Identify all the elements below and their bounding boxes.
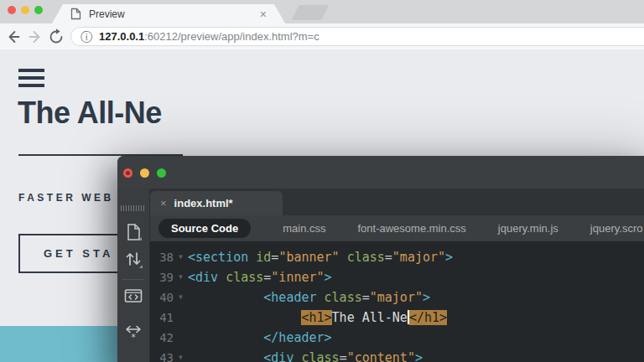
line-number: 38 [150, 247, 174, 267]
code-block-icon[interactable] [123, 286, 143, 306]
sidebar-mini-label [121, 205, 144, 211]
svg-text:*: * [131, 332, 137, 343]
sort-arrows-icon[interactable] [123, 249, 143, 269]
fold-arrow-icon[interactable]: ▼ [174, 287, 188, 308]
browser-tabstrip: Preview × [0, 0, 644, 23]
editor-minimize-button[interactable] [140, 168, 149, 178]
editor-tab-label: index.html* [174, 197, 233, 209]
back-button[interactable] [3, 27, 23, 47]
editor-tabbar: × index.html* [150, 189, 644, 215]
working-files: Source Codemain.cssfont-awesome.min.cssj… [150, 215, 644, 241]
editor-close-button[interactable] [123, 168, 132, 178]
window-close-button[interactable] [8, 6, 16, 14]
code-text: <section id="banner" class="major"> [188, 247, 453, 267]
code-text: <header class="major"> [188, 287, 430, 308]
forward-button[interactable] [25, 27, 45, 47]
working-file-item[interactable]: font-awesome.min.css [357, 222, 465, 235]
page-tagline: FASTER WEB [18, 192, 114, 204]
window-zoom-button[interactable] [34, 6, 43, 14]
line-number: 43 [150, 348, 174, 362]
editor-main: × index.html* Source Codemain.cssfont-aw… [150, 189, 644, 362]
browser-toolbar: ⓘ 127.0.0.1:60212/preview/app/index.html… [0, 23, 644, 50]
line-number: 42 [150, 328, 174, 348]
sidebar-divider [122, 279, 144, 280]
url-field[interactable]: ⓘ 127.0.0.1:60212/preview/app/index.html… [70, 27, 644, 46]
new-tab-button[interactable] [292, 5, 330, 20]
extract-icon[interactable]: * [123, 323, 143, 343]
working-file-item[interactable]: jquery.min.js [498, 222, 558, 235]
page-heading: The All-Ne [18, 96, 162, 131]
working-file-item[interactable]: jquery.scro [590, 222, 643, 235]
fold-arrow-icon[interactable]: ▼ [174, 247, 188, 267]
working-file-item[interactable]: main.css [283, 222, 325, 235]
screen: Preview × ⓘ 127.0.0.1:60212/preview/app/… [0, 0, 644, 362]
editor-zoom-button[interactable] [157, 168, 166, 178]
fold-arrow-icon[interactable]: ▼ [174, 348, 188, 362]
browser-tab[interactable]: Preview × [52, 4, 285, 23]
url-text: 127.0.0.1:60212/preview/app/index.html?m… [99, 30, 319, 43]
code-line[interactable]: 41 <h1>The All-Ne</h1> [150, 308, 644, 328]
reload-button[interactable] [46, 27, 66, 47]
code-text: </header> [188, 328, 332, 348]
editor-window: * × index.html* Source Codemain.cssfont-… [117, 156, 644, 362]
code-area[interactable]: 38▼<section id="banner" class="major">39… [150, 241, 644, 362]
editor-sidebar: * [117, 189, 150, 362]
editor-body: * × index.html* Source Codemain.cssfont-… [117, 189, 644, 362]
browser-tab-title: Preview [89, 8, 125, 20]
code-text: <div class="inner"> [188, 267, 332, 287]
code-text: <h1>The All-Ne</h1> [188, 308, 447, 328]
page-favicon-icon [70, 8, 81, 20]
fold-arrow-icon[interactable]: ▼ [174, 267, 188, 287]
tab-close-icon[interactable]: × [260, 8, 267, 20]
info-icon[interactable]: ⓘ [80, 31, 92, 43]
url-host: 127.0.0.1 [99, 30, 144, 43]
line-number: 40 [150, 287, 174, 308]
code-line[interactable]: 40▼ <header class="major"> [150, 287, 644, 308]
code-line[interactable]: 39▼<div class="inner"> [150, 267, 644, 287]
editor-tab-index-html[interactable]: × index.html* [150, 191, 283, 215]
document-icon[interactable] [123, 222, 143, 242]
editor-titlebar[interactable] [117, 156, 644, 189]
code-line[interactable]: 38▼<section id="banner" class="major"> [150, 247, 644, 267]
line-number: 41 [150, 308, 174, 328]
editor-tab-close-icon[interactable]: × [160, 198, 167, 209]
hamburger-menu-icon[interactable] [18, 69, 44, 87]
code-text: <div class="content"> [188, 348, 423, 362]
code-line[interactable]: 43▼ <div class="content"> [150, 348, 644, 362]
working-file-item[interactable]: Source Code [158, 219, 251, 238]
code-line[interactable]: 42 </header> [150, 328, 644, 348]
url-path: :60212/preview/app/index.html?m=c [144, 30, 319, 43]
line-number: 39 [150, 267, 174, 287]
window-minimize-button[interactable] [21, 6, 29, 14]
